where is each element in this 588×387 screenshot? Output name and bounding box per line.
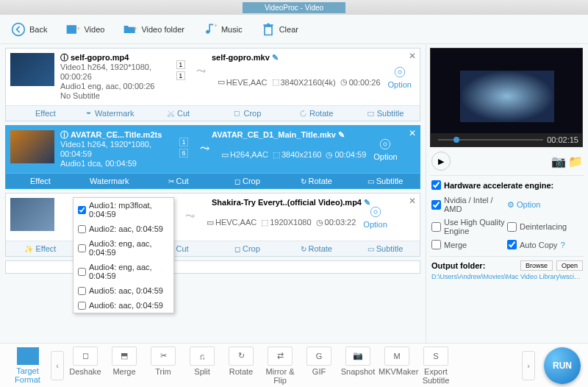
- crop-button[interactable]: Crop: [212, 106, 282, 121]
- tool-gif[interactable]: GGIF: [301, 347, 337, 385]
- tool-deshake[interactable]: ◻Deshake: [67, 347, 104, 385]
- preview-image: [460, 71, 554, 122]
- run-button[interactable]: RUN: [544, 347, 581, 384]
- video-track: Video1 h264, 1920*1080, 00:04:59: [60, 140, 171, 159]
- video-card[interactable]: ✕ 119 ⤳ Shakira-Try Everyt..(official Vi…: [5, 193, 420, 257]
- camera-icon[interactable]: 📷: [551, 155, 566, 168]
- subtitle-button[interactable]: ▭Subtitle: [351, 241, 420, 256]
- output-path[interactable]: D:\Users\Andrew\Movies\Mac Video Library…: [431, 273, 583, 280]
- watermark-button[interactable]: Watermark: [75, 106, 144, 121]
- top-menu: Back +Video +Video folder +Music Clear: [0, 15, 588, 44]
- tool-rotate[interactable]: ↻Rotate: [223, 347, 259, 385]
- preview-player[interactable]: 00:02:15: [430, 48, 583, 147]
- resolution-chip: ⬚ 3840x2160: [273, 150, 321, 160]
- hae-checkbox[interactable]: [431, 180, 441, 190]
- next-button[interactable]: ›: [522, 351, 535, 380]
- video-list: ✕ ⓘself-gopro.mp4 Video1 h264, 1920*1080…: [0, 44, 426, 343]
- add-music-button[interactable]: +Music: [203, 22, 243, 37]
- effect-button[interactable]: ✨Effect: [6, 241, 75, 256]
- prev-button[interactable]: ‹: [51, 351, 64, 380]
- clear-button[interactable]: Clear: [261, 22, 298, 37]
- svg-point-6: [395, 67, 405, 77]
- folder-icon[interactable]: 📁: [568, 155, 583, 168]
- filename: self-gopro.mp4: [71, 53, 129, 63]
- add-folder-button[interactable]: +Video folder: [123, 22, 184, 37]
- close-icon[interactable]: ✕: [409, 128, 416, 138]
- thumbnail: [10, 198, 54, 231]
- stepper[interactable]: 1: [176, 60, 185, 69]
- cut-button[interactable]: Cut: [144, 106, 213, 121]
- open-button[interactable]: Open: [556, 260, 583, 271]
- watermark-button[interactable]: Watermark: [75, 174, 144, 188]
- tool-export-subtitle[interactable]: SExport Subtitle: [417, 347, 454, 385]
- codec-chip: ▭ H264,AAC: [221, 150, 268, 160]
- gpu-checkbox[interactable]: [431, 200, 441, 210]
- crop-button[interactable]: ◻Crop: [212, 241, 282, 256]
- rotate-button[interactable]: ↻ Rotate: [282, 174, 351, 188]
- autocopy-checkbox[interactable]: [507, 240, 517, 249]
- tool-trim[interactable]: ✂Trim: [145, 347, 182, 385]
- stepper[interactable]: 1: [176, 71, 185, 80]
- audio-track[interactable]: Audio1 dca, 00:04:59: [60, 159, 171, 168]
- add-video-button[interactable]: +Video: [65, 22, 104, 37]
- output-filename: self-gopro.mkv: [212, 53, 270, 62]
- tool-split[interactable]: ⎌Split: [184, 347, 220, 385]
- tool-mirror[interactable]: ⇄Mirror & Flip: [262, 347, 298, 385]
- filename: AVATAR_CE...Title.m2ts: [71, 130, 162, 140]
- hae-option-button[interactable]: ⚙ Option: [507, 196, 583, 213]
- help-icon[interactable]: ?: [560, 241, 564, 249]
- audio-option[interactable]: Audio6: aac, 0:04:59: [74, 298, 173, 313]
- subtitle-button[interactable]: Subtitle: [351, 106, 420, 121]
- svg-text:+: +: [214, 22, 218, 29]
- video-card[interactable]: ✕ ⓘself-gopro.mp4 Video1 h264, 1920*1080…: [5, 48, 420, 121]
- browse-button[interactable]: Browse: [520, 260, 553, 271]
- stepper[interactable]: 1: [179, 138, 188, 146]
- arrow-icon: ⤳: [193, 53, 207, 101]
- subtitle-track: No Subtitle: [60, 91, 168, 101]
- hae-title: Hardware accelerate engine:: [444, 181, 553, 190]
- audio-option[interactable]: Audio5: aac, 0:04:59: [74, 283, 173, 298]
- target-format[interactable]: Target Format: [7, 347, 48, 384]
- edit-icon[interactable]: ✎: [364, 198, 370, 207]
- subtitle-button[interactable]: ▭ Subtitle: [351, 174, 420, 188]
- svg-rect-1: [67, 25, 76, 34]
- rotate-button[interactable]: Rotate: [282, 106, 351, 121]
- tool-mkvmaker[interactable]: MMKVMaker: [379, 347, 415, 385]
- close-icon[interactable]: ✕: [409, 196, 416, 206]
- close-icon[interactable]: ✕: [409, 51, 416, 61]
- seek-slider[interactable]: [438, 139, 543, 141]
- tool-snapshot[interactable]: 📷Snapshot: [340, 347, 376, 385]
- thumbnail: [10, 130, 54, 163]
- effect-button[interactable]: Effect: [6, 174, 75, 188]
- tool-strip: ◻Deshake ⬒Merge ✂Trim ⎌Split ↻Rotate ⇄Mi…: [67, 347, 519, 385]
- rotate-button[interactable]: ↻Rotate: [282, 241, 351, 256]
- option-button[interactable]: Option: [373, 138, 397, 161]
- edit-icon[interactable]: ✎: [338, 130, 345, 139]
- svg-point-15: [373, 210, 377, 214]
- merge-checkbox[interactable]: [431, 240, 441, 249]
- svg-point-7: [398, 70, 402, 74]
- output-filename: AVATAR_CE_D1_Main_Title.mkv: [212, 130, 336, 139]
- audio-option[interactable]: Audio3: eng, aac, 0:04:59: [74, 236, 173, 260]
- audio-track-dropdown[interactable]: Audio1: mp3float, 0:04:59 Audio2: aac, 0…: [73, 197, 174, 313]
- crop-button[interactable]: ◻ Crop: [212, 174, 282, 188]
- video-card[interactable]: [5, 260, 420, 274]
- play-button[interactable]: ▶: [431, 152, 451, 171]
- video-card-selected[interactable]: ✕ ⓘAVATAR_CE...Title.m2ts Video1 h264, 1…: [5, 125, 420, 189]
- audio-option[interactable]: Audio1: mp3float, 0:04:59: [74, 198, 173, 221]
- stepper[interactable]: 6: [179, 149, 188, 157]
- thumbnail: [10, 53, 54, 86]
- option-button[interactable]: Option: [388, 65, 412, 89]
- edit-icon[interactable]: ✎: [272, 53, 279, 62]
- deinterlace-checkbox[interactable]: [507, 222, 517, 232]
- audio-option[interactable]: Audio2: aac, 0:04:59: [74, 221, 173, 236]
- tool-merge[interactable]: ⬒Merge: [106, 347, 143, 385]
- cut-button[interactable]: ✂ Cut: [144, 174, 213, 188]
- hq-checkbox[interactable]: [431, 222, 441, 232]
- option-button[interactable]: Option: [363, 205, 387, 229]
- audio-option[interactable]: Audio4: eng, aac, 0:04:59: [74, 260, 173, 283]
- svg-point-13: [384, 143, 387, 146]
- time-label: 00:02:15: [547, 135, 578, 144]
- back-button[interactable]: Back: [11, 22, 47, 37]
- effect-button[interactable]: Effect: [6, 106, 75, 121]
